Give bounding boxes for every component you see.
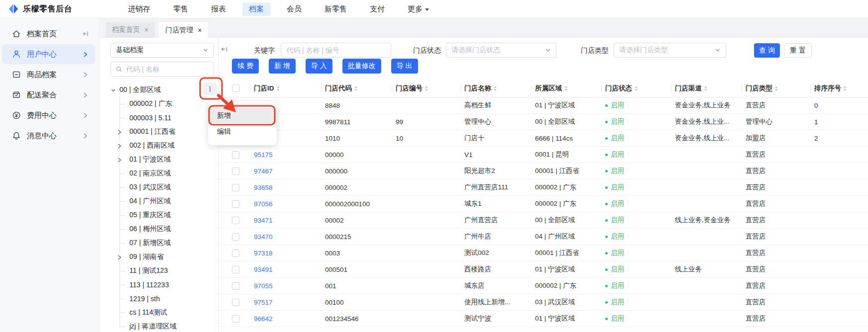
tree-node[interactable]: jzj | 蒋道理区域: [119, 320, 218, 332]
tree-node[interactable]: 11 | 测试123: [119, 264, 218, 278]
nav-item-会员[interactable]: 会员: [280, 2, 308, 16]
tree-node-root[interactable]: 00 | 全部区域: [100, 83, 218, 97]
row-checkbox[interactable]: [232, 299, 239, 306]
tree-node[interactable]: 002 | 西南区域: [119, 139, 218, 153]
toolbar-button-新增[interactable]: 新 增: [269, 59, 296, 74]
store-status-select[interactable]: 请选择门店状态: [446, 43, 556, 58]
toolbar-button-导出[interactable]: 导 出: [391, 59, 418, 74]
tree-node[interactable]: 09 | 湖南省: [119, 250, 218, 264]
sort-desc-icon: [844, 89, 847, 91]
store-id-link[interactable]: 93470: [254, 233, 273, 241]
nav-item-报表[interactable]: 报表: [205, 2, 232, 16]
nav-item-新零售[interactable]: 新零售: [318, 2, 353, 16]
tree-search-input[interactable]: [126, 65, 209, 73]
column-header-所属区域[interactable]: 所属区域: [531, 80, 601, 97]
nav-item-进销存[interactable]: 进销存: [121, 2, 157, 16]
toolbar-button-导入[interactable]: 导 入: [306, 59, 332, 74]
tree-node[interactable]: 07 | 新增区域: [119, 236, 218, 250]
column-header-label: 门店状态: [605, 84, 632, 93]
delivery-icon: [12, 90, 21, 99]
row-checkbox[interactable]: [232, 266, 239, 273]
column-header-门店类型[interactable]: 门店类型: [742, 80, 810, 97]
nav-item-档案[interactable]: 档案: [242, 2, 270, 16]
row-checkbox[interactable]: [232, 151, 239, 159]
store-id-link[interactable]: 93658: [254, 184, 273, 191]
row-checkbox[interactable]: [232, 217, 239, 224]
context-menu-item-编辑[interactable]: 编辑: [208, 123, 277, 139]
nav-item-支付[interactable]: 支付: [363, 2, 391, 16]
cell-门店名称: 广州直营店: [460, 212, 531, 228]
select-all-checkbox[interactable]: [232, 84, 239, 92]
sidebar-item-用户中心[interactable]: 用户中心: [2, 44, 95, 64]
nav-item-零售[interactable]: 零售: [167, 2, 195, 16]
sidebar-item-商品档案[interactable]: 商品档案: [2, 65, 95, 84]
row-checkbox[interactable]: [232, 282, 239, 290]
store-id-link[interactable]: 97467: [254, 167, 273, 175]
toolbar-button-续费[interactable]: 续 费: [232, 59, 259, 74]
nav-item-更多[interactable]: 更多: [401, 2, 435, 16]
tree-node[interactable]: 01 | 宁波区域: [119, 153, 218, 166]
column-header-门店状态[interactable]: 门店状态: [601, 80, 671, 97]
chevron-right-icon[interactable]: [82, 51, 89, 58]
row-checkbox[interactable]: [232, 167, 239, 175]
column-header-门店编号[interactable]: 门店编号: [392, 80, 460, 97]
chevron-right-icon[interactable]: [82, 112, 89, 119]
tree-node[interactable]: 02 | 南京区域: [119, 166, 218, 180]
archive-type-select[interactable]: 基础档案: [110, 43, 214, 58]
row-checkbox[interactable]: [232, 315, 239, 323]
query-button[interactable]: 查 询: [754, 43, 780, 58]
nav-item-label: 零售: [173, 4, 188, 14]
store-id-link[interactable]: 96642: [254, 315, 273, 323]
collapse-panel-icon[interactable]: [220, 45, 229, 54]
tree-node[interactable]: 03 | 武汉区域: [119, 180, 218, 194]
tree-node[interactable]: 113 | 112233: [119, 278, 218, 292]
tree-node[interactable]: 1219 | sth: [119, 292, 218, 306]
store-id-link[interactable]: 97055: [254, 282, 273, 290]
store-id-link[interactable]: 97318: [254, 249, 273, 257]
tree-node[interactable]: 000002 | 广东: [119, 97, 218, 111]
store-id-link[interactable]: 97517: [254, 299, 273, 306]
column-header-门店渠道[interactable]: 门店渠道: [671, 80, 742, 97]
tree-node[interactable]: 06 | 梅州区域: [119, 222, 218, 236]
column-header-label: 门店编号: [396, 84, 423, 93]
sidebar-item-配送聚合[interactable]: 配送聚合: [2, 85, 95, 105]
toolbar-button-批量修改[interactable]: 批量修改: [342, 59, 381, 74]
cell-排序序号: [810, 311, 868, 327]
column-header-门店ID[interactable]: 门店ID: [250, 80, 321, 97]
reset-button[interactable]: 重 置: [784, 43, 812, 58]
row-checkbox[interactable]: [232, 249, 239, 257]
row-checkbox[interactable]: [232, 233, 239, 241]
sidebar-item-档案首页[interactable]: 档案首页: [2, 24, 95, 44]
row-checkbox[interactable]: [232, 184, 239, 191]
tree-node-actions-button[interactable]: [203, 83, 217, 95]
close-icon[interactable]: ×: [198, 27, 202, 34]
context-menu-item-新增[interactable]: 新增: [208, 107, 277, 123]
tree-node[interactable]: 05 | 重庆区域: [119, 208, 218, 222]
chevron-right-icon[interactable]: [82, 91, 89, 98]
cell-所属区域: 00 | 全部区域: [531, 212, 601, 228]
collapse-icon[interactable]: [82, 30, 89, 37]
close-icon[interactable]: ×: [144, 26, 148, 33]
store-id-link[interactable]: 95175: [254, 151, 273, 159]
tree-node[interactable]: cs | 114测试: [119, 306, 218, 320]
chevron-right-icon[interactable]: [82, 71, 89, 78]
tree-node[interactable]: 000003 | 5.11: [119, 111, 218, 125]
tree-node[interactable]: 00001 | 江西省: [119, 125, 218, 139]
chevron-right-icon[interactable]: [82, 132, 89, 139]
column-header-门店名称[interactable]: 门店名称: [460, 80, 531, 97]
cell-排序序号: [810, 294, 868, 310]
tree-node[interactable]: 04 | 广州区域: [119, 194, 218, 208]
store-id-link[interactable]: 93471: [254, 217, 273, 224]
store-type-select[interactable]: 请选择门店类型: [614, 43, 726, 58]
sidebar-item-消息中心[interactable]: 消息中心: [2, 126, 95, 146]
column-header-排序序号[interactable]: 排序序号: [810, 80, 868, 97]
row-checkbox[interactable]: [232, 200, 239, 208]
tab-档案首页[interactable]: 档案首页×: [106, 22, 155, 37]
column-header-门店代码[interactable]: 门店代码: [321, 80, 392, 97]
store-id-link[interactable]: 97056: [254, 200, 273, 208]
tab-门店管理[interactable]: 门店管理×: [159, 22, 208, 38]
keyword-input[interactable]: [281, 43, 391, 58]
sort-asc-icon: [494, 86, 497, 88]
sidebar-item-费用中心[interactable]: 费用中心: [2, 105, 95, 125]
store-id-link[interactable]: 93491: [254, 266, 273, 273]
